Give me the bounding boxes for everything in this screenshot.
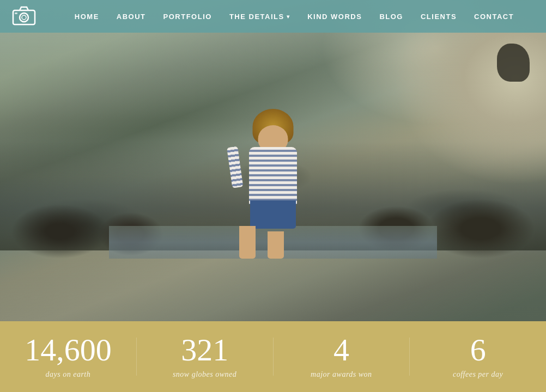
stats-bar: 14,600 days on earth 321 snow globes own… — [0, 321, 546, 392]
nav-kind-words[interactable]: KIND WORDS — [307, 13, 362, 21]
stat-label-coffees: coffees per day — [453, 370, 503, 379]
hero-section — [0, 0, 546, 321]
stat-number-snow-globes: 321 — [181, 334, 228, 366]
svg-point-2 — [22, 15, 26, 20]
main-nav: HOME ABOUT PORTFOLIO THE DETAILS KIND WO… — [0, 0, 546, 33]
stat-label-days: days on earth — [46, 370, 91, 379]
stat-number-coffees: 6 — [470, 334, 486, 366]
site-logo[interactable] — [11, 5, 37, 28]
hero-image — [0, 0, 546, 321]
stat-item-days: 14,600 days on earth — [0, 329, 136, 384]
stat-label-snow-globes: snow globes owned — [173, 370, 236, 379]
stat-item-coffees: 6 coffees per day — [410, 329, 546, 384]
stat-label-awards: major awards won — [311, 370, 372, 379]
nav-blog[interactable]: BLOG — [379, 13, 403, 21]
nav-contact[interactable]: CONTACT — [474, 13, 514, 21]
nav-portfolio[interactable]: PORTFOLIO — [163, 13, 212, 21]
svg-point-1 — [20, 13, 28, 22]
svg-rect-3 — [15, 13, 17, 14]
nav-clients[interactable]: CLIENTS — [421, 13, 457, 21]
nav-links: HOME ABOUT PORTFOLIO THE DETAILS KIND WO… — [53, 13, 535, 21]
stat-item-snow-globes: 321 snow globes owned — [137, 329, 273, 384]
stat-item-awards: 4 major awards won — [274, 329, 410, 384]
stat-number-awards: 4 — [333, 334, 349, 366]
nav-the-details[interactable]: THE DETAILS — [229, 13, 290, 21]
nav-about[interactable]: ABOUT — [117, 13, 146, 21]
nav-home[interactable]: HOME — [75, 13, 99, 21]
stat-number-days: 14,600 — [25, 334, 112, 366]
